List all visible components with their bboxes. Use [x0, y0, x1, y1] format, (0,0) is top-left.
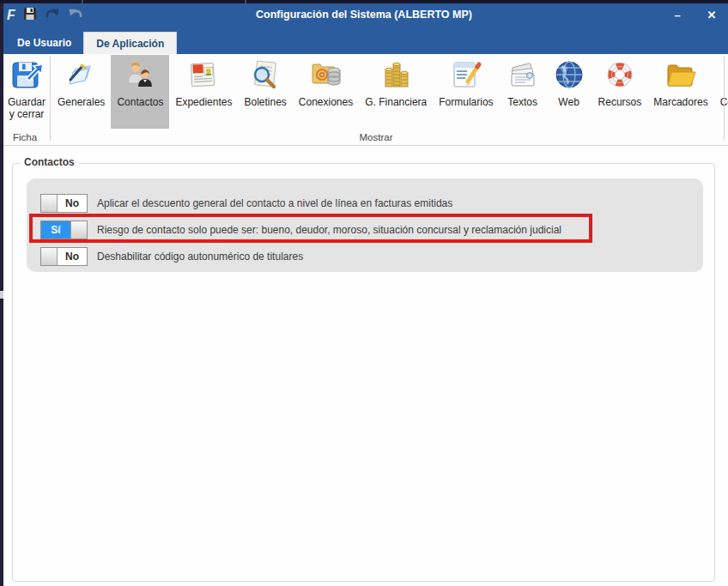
- checklist-lock-icon: [725, 57, 728, 92]
- toggle-value: No: [58, 248, 87, 265]
- toggle-deshabilitar-codigo[interactable]: No: [40, 247, 88, 266]
- ribbon-button-label: Conexiones: [299, 96, 353, 108]
- ribbon-button-label: Guardar y cerrar: [8, 96, 46, 121]
- lifebuoy-icon: [603, 57, 637, 92]
- contactos-groupbox: Contactos No Aplicar el descuento genera…: [12, 163, 715, 582]
- expedientes-button[interactable]: Expedientes: [169, 55, 238, 129]
- folder-icon: [664, 57, 698, 92]
- option-row: No Aplicar el descuento general del cont…: [40, 194, 452, 213]
- ribbon-button-label: Formularios: [439, 96, 493, 108]
- ribbon-tab-band: De Usuario De Aplicación: [0, 27, 728, 54]
- close-button[interactable]: ✕: [702, 9, 721, 21]
- mostrar-group-buttons: Generales Contactos Expedientes Boletine…: [52, 55, 728, 129]
- coins-icon: [379, 57, 413, 92]
- conexiones-button[interactable]: Conexiones: [293, 55, 359, 129]
- ribbon-tabs: De Usuario De Aplicación: [5, 32, 177, 54]
- window-title: Configuración del Sistema (ALBERTO MP): [0, 3, 728, 27]
- toggle-aplicar-descuento[interactable]: No: [40, 194, 88, 213]
- contactos-button[interactable]: Contactos: [111, 55, 169, 129]
- option-label: Aplicar el descuento general del contact…: [97, 197, 452, 209]
- ribbon-group-label-mostrar: Mostrar: [50, 132, 702, 142]
- tab-de-usuario[interactable]: De Usuario: [5, 32, 83, 54]
- ribbon-button-label: Web: [558, 96, 579, 108]
- controles-button[interactable]: Controles: [714, 55, 728, 129]
- formularios-button[interactable]: Formularios: [433, 55, 499, 129]
- toggle-value: No: [58, 195, 87, 212]
- ribbon-group-label-ficha: Ficha: [0, 132, 50, 142]
- main-content: Contactos No Aplicar el descuento genera…: [0, 146, 728, 586]
- ribbon-button-label: Textos: [507, 96, 537, 108]
- guardar-y-cerrar-button[interactable]: Guardar y cerrar: [3, 55, 50, 129]
- magnifier-page-icon: [248, 57, 282, 92]
- marcadores-button[interactable]: Marcadores: [647, 55, 713, 129]
- titlebar: F Configuración del Sistema (ALBERTO MP)…: [0, 3, 728, 27]
- g-financiera-button[interactable]: G. Financiera: [359, 55, 433, 129]
- ribbon-button-label: Contactos: [117, 96, 163, 108]
- generales-button[interactable]: Generales: [52, 55, 111, 129]
- highlight-annotation-box: [29, 214, 592, 243]
- app-window: F Configuración del Sistema (ALBERTO MP)…: [0, 0, 728, 586]
- textos-button[interactable]: Textos: [500, 55, 546, 129]
- ribbon: Guardar y cerrar Generales Contactos: [0, 54, 728, 146]
- newspaper-icon: [186, 57, 221, 92]
- form-pencil-icon: [449, 57, 483, 92]
- globe-icon: [552, 57, 586, 92]
- ribbon-button-label: Marcadores: [653, 96, 707, 108]
- toggle-knob[interactable]: [41, 195, 58, 212]
- toggle-knob[interactable]: [41, 248, 58, 265]
- boletines-button[interactable]: Boletines: [238, 55, 292, 129]
- tab-de-aplicacion[interactable]: De Aplicación: [83, 32, 177, 54]
- ribbon-group-divider: [724, 56, 725, 141]
- ribbon-button-label: Expedientes: [175, 96, 232, 108]
- ribbon-button-label: G. Financiera: [365, 96, 427, 108]
- folder-database-icon: [309, 57, 343, 92]
- save-close-icon: [9, 57, 44, 92]
- option-label: Deshabilitar código autonumérico de titu…: [97, 251, 303, 263]
- left-edge-notch: [0, 291, 3, 299]
- documents-icon: [506, 57, 540, 92]
- ribbon-button-label: Boletines: [244, 96, 286, 108]
- ribbon-button-label: Recursos: [598, 96, 642, 108]
- people-icon: [123, 57, 157, 92]
- window-controls: – ✕: [668, 3, 721, 27]
- recursos-button[interactable]: Recursos: [592, 55, 648, 129]
- groupbox-title: Contactos: [20, 156, 79, 168]
- minimize-button[interactable]: –: [668, 9, 687, 21]
- web-button[interactable]: Web: [546, 55, 592, 129]
- notebook-pen-icon: [64, 57, 99, 92]
- option-row: No Deshabilitar código autonumérico de t…: [40, 247, 303, 266]
- ribbon-group-divider: [50, 56, 51, 141]
- background-window-edge-left: [0, 3, 3, 586]
- ribbon-button-label: Generales: [58, 96, 105, 108]
